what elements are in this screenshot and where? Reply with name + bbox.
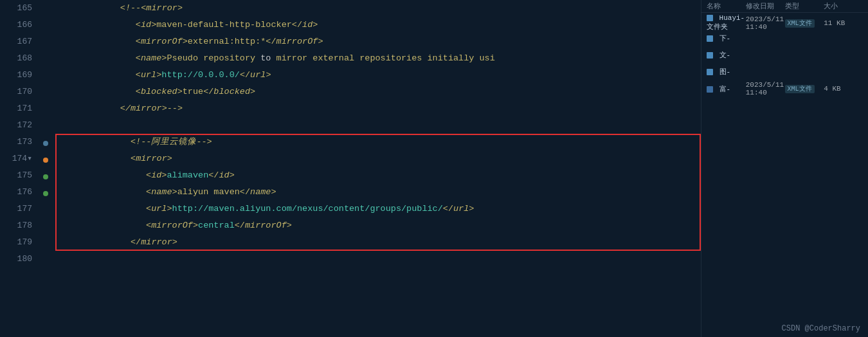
csdn-label: CSDN @CoderSharry [782,324,860,333]
line-num-165: 165 [0,0,32,17]
col-header-type: 类型 [785,1,824,11]
line-num-178: 178 [0,217,32,234]
code-val-178: central [198,221,235,230]
code-tag-178b: </mirrorOf> [235,221,292,230]
file-row-3[interactable]: 文- [701,46,868,63]
code-line-179: </mirror> [53,234,701,251]
line-num-173: 173 [0,134,32,150]
line-num-167: 167 [0,33,32,50]
file-name-3: 文- [707,50,746,60]
folder-icon-1 [707,15,713,21]
file-icon-5 [707,86,713,93]
code-line-171: </mirror>--> [53,100,701,117]
line-num-172: 172 [0,117,32,134]
file-name-5: 富- [707,84,746,94]
line-num-171: 171 [0,100,32,117]
file-name-2: 下- [707,33,746,43]
col-header-date: 修改日期 [746,1,785,11]
code-content: <!--<mirror> <id>maven-default-http-bloc… [53,0,701,337]
file-size-1: 11 KB [824,19,863,27]
folder-icon-3 [707,52,713,59]
code-tag-179: </mirror> [131,237,177,247]
file-type-5: XML文件 [785,84,824,93]
file-row-5[interactable]: 富- 2023/5/11 11:40 XML文件 4 KB [701,80,868,96]
file-name-4: 图- [707,67,746,77]
folder-icon-2 [707,35,713,42]
line-num-175: 175 [0,167,32,184]
line-num-170: 170 [0,84,32,100]
file-row-2[interactable]: 下- [701,30,868,46]
line-num-169: 169 [0,67,32,84]
line-num-168: 168 [0,50,32,67]
sidebar-dot-176 [43,191,48,196]
file-size-5: 4 KB [824,85,863,93]
line-num-180: 180 [0,251,32,268]
boxed-section: <!--阿里云镜像--> <mirror> <id>alimaven</id> … [53,134,701,251]
right-panel-header: 名称 修改日期 类型 大小 [701,0,868,13]
folder-icon-4 [707,69,713,75]
line-num-174: 174▾ [0,150,32,167]
sidebar-dot-173 [43,141,48,146]
sidebar-dot-174 [43,158,48,163]
file-type-1: XML文件 [785,19,824,28]
file-row-4[interactable]: 图- [701,63,868,80]
code-tag-177b: </url> [443,204,475,214]
sidebar-icons [39,0,53,337]
line-num-179: 179 [0,234,32,251]
col-header-size: 大小 [824,1,863,11]
file-date-5: 2023/5/11 11:40 [746,81,785,96]
code-comment-171: </mirror>--> [120,104,183,113]
line-num-177: 177 [0,201,32,217]
line-num-176: 176 [0,184,32,201]
col-header-name: 名称 [707,1,746,11]
line-num-166: 166 [0,17,32,33]
sidebar-dot-175 [43,174,48,179]
file-name-1: Huayi-文件夹 [707,14,746,32]
editor-container: 165 166 167 168 169 170 171 172 173 174▾… [0,0,868,337]
file-date-1: 2023/5/11 11:40 [746,15,785,31]
file-row-1[interactable]: Huayi-文件夹 2023/5/11 11:40 XML文件 11 KB [701,13,868,30]
line-numbers: 165 166 167 168 169 170 171 172 173 174▾… [0,0,39,337]
right-panel: 名称 修改日期 类型 大小 Huayi-文件夹 2023/5/11 11:40 … [701,0,868,337]
